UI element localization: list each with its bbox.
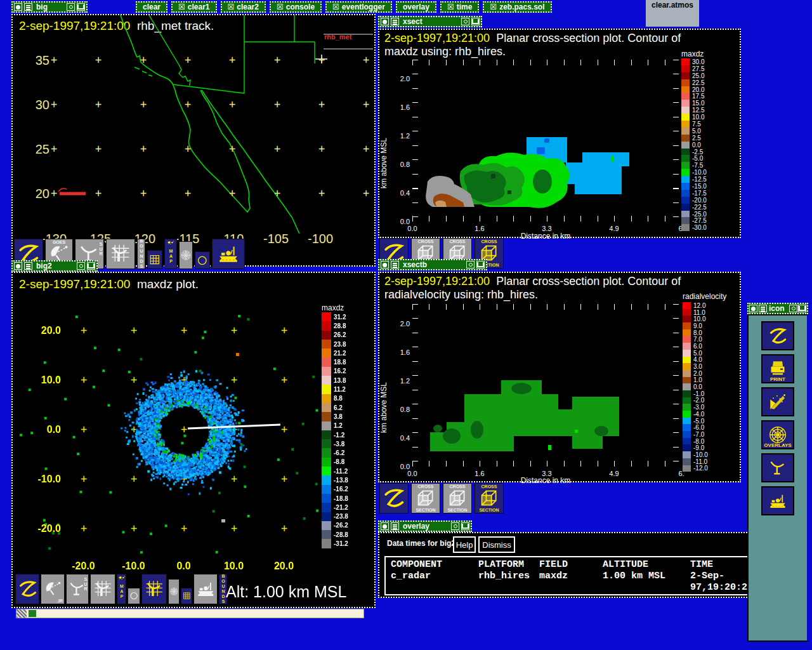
ship-button[interactable]	[761, 486, 794, 515]
colorbar-value: 1.0	[691, 376, 702, 383]
ship-button[interactable]	[193, 574, 218, 604]
map-button[interactable]: MAP	[164, 239, 177, 269]
grid-button[interactable]	[147, 250, 162, 269]
titlebar-icon-palette[interactable]: icon	[747, 303, 808, 314]
zeb-logo-button[interactable]	[15, 574, 39, 604]
rings-button[interactable]	[168, 579, 180, 604]
zeb-logo-button[interactable]	[379, 483, 409, 514]
print-button[interactable]: PRINT	[761, 354, 794, 383]
window-iconify-button[interactable]	[471, 18, 480, 25]
tick-label: -10.0	[15, 454, 61, 504]
window-iconify-button[interactable]	[87, 262, 95, 270]
window-shrink-button[interactable]	[461, 18, 469, 25]
titlebar-big2[interactable]: big2	[11, 260, 98, 272]
window-menu-button[interactable]	[749, 305, 757, 312]
taskbar-button[interactable]: ☒ eventlogger	[325, 1, 392, 13]
colorbar-value: 10.0	[690, 114, 704, 121]
window-menu-button[interactable]	[381, 261, 389, 269]
colorbar-value: -11.2	[331, 468, 348, 475]
window-doc-icon[interactable]	[391, 261, 399, 269]
window-menu-button[interactable]	[14, 262, 22, 270]
window-shrink-button[interactable]	[77, 262, 85, 270]
tick-label: -105	[254, 231, 298, 246]
colorbar-swatch	[322, 503, 331, 512]
rings-button[interactable]	[179, 241, 193, 269]
cross-section-button[interactable]: CROSS SECTION	[411, 483, 440, 514]
colorbar-swatch	[322, 385, 331, 394]
window-doc-icon[interactable]	[391, 522, 399, 530]
taskbar-button[interactable]: overlay	[396, 1, 436, 13]
titlebar-xsect[interactable]: xsect	[378, 16, 482, 27]
window-shrink-button[interactable]	[451, 522, 459, 530]
taskbar-button[interactable]: ☒ zeb.pacs.sol	[483, 1, 551, 13]
goes-ir-button[interactable]: .IR	[41, 574, 65, 604]
colorbar-entry: 12.0	[683, 302, 708, 309]
colorbar-value: 10.0	[691, 315, 705, 322]
colorbar-value: 25.0	[690, 72, 704, 79]
map-button[interactable]: MAP	[117, 574, 126, 604]
colorbar-swatch	[681, 86, 690, 93]
window-menu-button[interactable]	[381, 522, 389, 530]
window-xsectb: 2-sep-1997,19:21:00 Planar cross-section…	[378, 272, 741, 482]
window-doc-icon[interactable]	[759, 305, 767, 312]
titlebar-xsectb[interactable]: xsectb	[378, 259, 487, 270]
window-shrink-button[interactable]	[67, 3, 75, 11]
grid-radar-button[interactable]	[106, 239, 135, 269]
colorbar-value: -25.0	[690, 211, 707, 218]
zeb-logo-button[interactable]	[761, 321, 794, 350]
window-doc-icon[interactable]	[391, 18, 399, 25]
window-doc-icon[interactable]	[24, 262, 32, 270]
time-scrollbar[interactable]	[16, 609, 364, 618]
dismiss-button[interactable]: Dismiss	[478, 536, 515, 553]
window-iconify-button[interactable]	[461, 522, 469, 530]
circle-button[interactable]	[128, 588, 140, 604]
window-doc-icon[interactable]	[24, 3, 32, 11]
cross-section-button[interactable]: CROSS SECTION	[443, 483, 472, 514]
grid-plus: +	[51, 142, 57, 155]
colorbar-value: -28.8	[331, 531, 348, 538]
grid-button[interactable]	[181, 588, 192, 604]
bounds-button[interactable]: BOUNDS	[137, 239, 145, 269]
grid-radar-active-button[interactable]	[141, 574, 167, 604]
overlays-button[interactable]: OVERLAYS	[761, 420, 794, 449]
taskbar-button[interactable]: clear	[136, 1, 167, 13]
help-button[interactable]: Help	[453, 536, 476, 553]
circle-button[interactable]	[195, 251, 210, 269]
ship-button[interactable]	[212, 239, 245, 269]
radar-dish-button[interactable]	[761, 453, 794, 482]
colorbar-swatch	[683, 315, 691, 322]
cross-section-active-button[interactable]: CROSS SECTION	[475, 483, 504, 514]
colorbar: 30.0 27.5 25.0 22.5 20.0 17.5 15.0	[681, 58, 707, 231]
colorbar-value: 28.8	[331, 322, 346, 329]
tick-label: 0.8	[388, 150, 410, 178]
window-menu-button[interactable]	[14, 3, 22, 11]
clear-atmos-icon[interactable]: clear.atmos	[646, 0, 699, 27]
window-shrink-button[interactable]	[466, 261, 475, 269]
scrollbar-thumb[interactable]	[29, 610, 36, 617]
colorbar-swatch	[322, 512, 331, 521]
colorbar-value: -12.5	[690, 176, 707, 183]
colorbar-swatch	[683, 336, 691, 343]
taskbar-button[interactable]: ☒ console	[270, 1, 322, 13]
colorbar-entry: -5.0	[681, 155, 707, 162]
taskbar-button[interactable]: ☒ clear1	[171, 1, 216, 13]
window-menu-button[interactable]	[381, 18, 389, 25]
window-shrink-button[interactable]	[789, 305, 797, 312]
titlebar-overlay[interactable]: overlay	[378, 521, 472, 532]
taskbar-button[interactable]: ☒ time	[440, 1, 479, 13]
colorbar-value: 12.5	[690, 107, 704, 114]
searchlight-button[interactable]	[761, 387, 794, 416]
window-iconify-button[interactable]	[798, 305, 806, 312]
colorbar-entry: 11.2	[322, 385, 348, 394]
radar-survey-button[interactable]: SUR	[66, 574, 89, 604]
scrollbar-anchor-icon[interactable]	[16, 609, 27, 618]
grid-plus: +	[140, 187, 147, 199]
grid-radar-button[interactable]	[90, 574, 115, 604]
titlebar-big[interactable]: big	[11, 1, 88, 13]
y-axis-title: km above MSL	[379, 344, 388, 433]
window-iconify-button[interactable]	[77, 3, 85, 11]
colorbar-value: 30.0	[690, 58, 704, 65]
window-iconify-button[interactable]	[476, 261, 485, 269]
taskbar-button[interactable]: ☒ clear2	[221, 1, 266, 13]
colorbar-value: 12.0	[691, 302, 705, 309]
